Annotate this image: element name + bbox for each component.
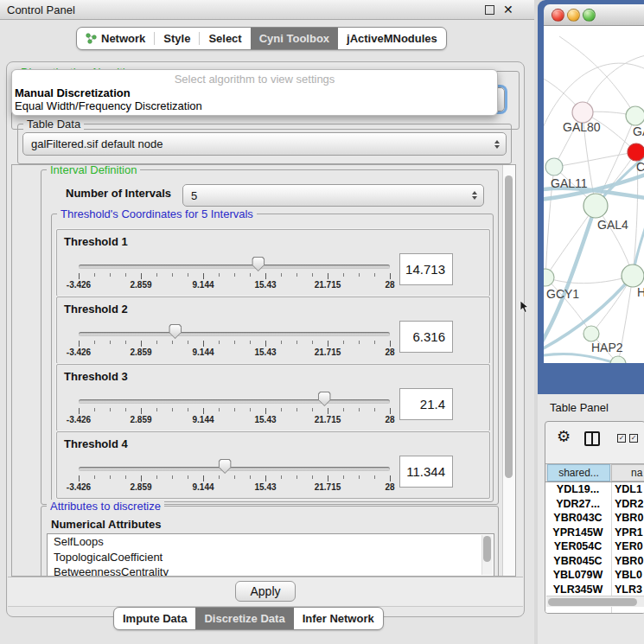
threshold-3-panel: Threshold 3 -3.4262.8599.14415.4321.7152… xyxy=(56,364,490,431)
checkbox-icon[interactable]: ✓ xyxy=(629,434,638,443)
network-canvas[interactable]: GAL80 GA C GAL11 GAL4 GCY1 H HAP2 xyxy=(544,26,644,363)
threshold-2-slider[interactable]: -3.4262.8599.14415.4321.71528 xyxy=(79,324,390,360)
algorithm-option-manual-discretization[interactable]: Manual Discretization xyxy=(12,86,497,99)
horizontal-scrollbar-thumb[interactable] xyxy=(548,598,637,606)
checkbox-icon[interactable]: ✓ xyxy=(617,434,626,443)
table-row[interactable]: YDL19...YDL1 xyxy=(545,482,644,497)
slider-tick-labels: -3.4262.8599.14415.4321.71528 xyxy=(79,415,390,425)
node-hap2[interactable] xyxy=(583,326,599,341)
node-gal11[interactable] xyxy=(545,158,563,175)
tab-infer-network[interactable]: Infer Network xyxy=(294,608,383,629)
tab-discretize-data[interactable]: Discretize Data xyxy=(195,608,293,629)
tab-network[interactable]: Network xyxy=(77,28,154,49)
slider-track[interactable] xyxy=(79,467,390,471)
vertical-scrollbar[interactable] xyxy=(502,165,515,576)
threshold-1-value-field[interactable]: 14.713 xyxy=(399,253,453,285)
tab-select[interactable]: Select xyxy=(200,28,250,49)
threshold-1-slider[interactable]: -3.4262.8599.14415.4321.71528 xyxy=(79,257,390,293)
table-data-group: Table Data galFiltered.sif default node xyxy=(17,124,512,164)
network-view-window: GAL80 GA C GAL11 GAL4 GCY1 H HAP2 xyxy=(538,0,644,394)
cyni-toolbox-panel: Discretization Algorithm Select algorith… xyxy=(6,61,525,617)
tab-label: jActiveMNodules xyxy=(347,32,437,45)
horizontal-scrollbar[interactable] xyxy=(546,596,644,607)
threshold-3-slider[interactable]: -3.4262.8599.14415.4321.71528 xyxy=(79,392,390,428)
slider-thumb[interactable] xyxy=(169,324,182,339)
threshold-label: Threshold 2 xyxy=(64,303,128,316)
list-item[interactable]: BetweennessCentrality xyxy=(48,564,494,577)
threshold-2-value-field[interactable]: 6.316 xyxy=(399,321,453,353)
network-nodes[interactable] xyxy=(544,102,644,363)
list-item[interactable]: TopologicalCoefficient xyxy=(48,550,494,565)
group-title: Interval Definition xyxy=(47,164,140,176)
mac-minimize-button[interactable] xyxy=(567,9,580,22)
tab-label: Impute Data xyxy=(123,612,187,625)
algorithm-placeholder-option[interactable]: Select algorithm to view settings xyxy=(12,73,497,86)
list-scrollbar-thumb[interactable] xyxy=(483,536,491,562)
threshold-4-slider[interactable]: -3.4262.8599.14415.4321.71528 xyxy=(79,459,390,495)
group-title: Table Data xyxy=(23,118,84,131)
node-gcy1[interactable] xyxy=(544,269,554,286)
tab-jactivemnodules[interactable]: jActiveMNodules xyxy=(338,28,446,49)
float-window-icon[interactable] xyxy=(485,5,494,15)
table-row[interactable]: YDR27...YDR2 xyxy=(545,497,644,512)
table-row[interactable]: YBR045CYBR0 xyxy=(545,554,644,569)
table-row[interactable]: YBR043CYBR0 xyxy=(545,511,644,526)
node-selected-red[interactable] xyxy=(628,143,644,161)
node-h[interactable] xyxy=(622,265,644,287)
node-gal4[interactable] xyxy=(583,194,608,218)
settings-gear-icon[interactable]: ⚙ xyxy=(557,428,571,445)
mouse-cursor xyxy=(520,300,530,314)
algorithm-dropdown-popup: Select algorithm to view settings Manual… xyxy=(11,69,498,116)
numerical-attributes-list[interactable]: SelfLoops TopologicalCoefficient Between… xyxy=(47,533,494,577)
combo-stepper-icon xyxy=(472,191,477,200)
label-h: H xyxy=(637,285,644,299)
panel-title: Control Panel xyxy=(7,3,75,16)
threshold-4-value-field[interactable]: 11.344 xyxy=(399,456,453,488)
slider-thumb[interactable] xyxy=(252,257,265,271)
threshold-4-panel: Threshold 4 -3.4262.8599.14415.4321.7152… xyxy=(56,431,490,499)
group-title: Threshold's Coordinates for 5 Intervals xyxy=(57,207,257,220)
table-row[interactable]: YLR345WYLR3 xyxy=(545,583,644,597)
label-gal11: GAL11 xyxy=(551,176,588,190)
mac-close-button[interactable] xyxy=(552,9,564,22)
tab-label: Network xyxy=(101,32,145,45)
apply-row: Apply xyxy=(8,577,523,607)
tab-cyni-toolbox[interactable]: Cyni Toolbox xyxy=(251,28,338,49)
apply-button[interactable]: Apply xyxy=(235,581,296,602)
table-data-select[interactable]: galFiltered.sif default node xyxy=(22,132,507,156)
num-intervals-select[interactable]: 5 xyxy=(182,184,484,207)
slider-track[interactable] xyxy=(79,332,390,336)
column-header-name[interactable]: na xyxy=(611,464,644,481)
tab-style[interactable]: Style xyxy=(155,28,199,49)
slider-thumb[interactable] xyxy=(219,459,232,474)
column-header-shared-name[interactable]: shared... xyxy=(547,464,610,481)
mac-zoom-button[interactable] xyxy=(583,9,596,22)
table-row[interactable]: YER054CYER0 xyxy=(545,539,644,554)
threshold-1-panel: Threshold 1 -3.4262.8599.14415.4321.7152… xyxy=(56,229,490,296)
slider-track[interactable] xyxy=(79,399,390,404)
tab-label: Infer Network xyxy=(303,612,374,625)
attributes-group: Attributes to discretize Numerical Attri… xyxy=(41,506,499,577)
slider-track[interactable] xyxy=(79,265,390,269)
threshold-3-value-field[interactable]: 21.4 xyxy=(399,388,453,420)
tab-impute-data[interactable]: Impute Data xyxy=(114,608,195,629)
algorithm-option-equal-width-frequency[interactable]: Equal Width/Frequency Discretization xyxy=(12,99,497,112)
label-partial-right: C xyxy=(636,160,644,174)
table-body: YDL19...YDL1 YDR27...YDR2 YBR043CYBR0 YP… xyxy=(545,482,644,613)
threshold-label: Threshold 1 xyxy=(64,235,128,248)
list-item[interactable]: SelfLoops xyxy=(48,534,494,550)
table-row[interactable]: YPR145WYPR1 xyxy=(545,526,644,540)
slider-tick-labels: -3.4262.8599.14415.4321.71528 xyxy=(79,280,390,290)
label-gal4: GAL4 xyxy=(597,218,628,232)
table-panel-region: Table Panel ⚙ ✓ ✓ shared... na YDL19...Y… xyxy=(538,394,644,644)
split-view-icon[interactable] xyxy=(584,431,600,446)
slider-thumb[interactable] xyxy=(318,392,331,406)
slider-ticks xyxy=(79,408,390,415)
node-partial-top-right[interactable] xyxy=(626,106,644,125)
close-icon[interactable]: ✕ xyxy=(503,2,513,17)
list-scrollbar[interactable] xyxy=(481,535,493,575)
control-panel-tab-bar: Network Style Select Cyni Toolbox jActiv… xyxy=(76,27,447,50)
table-row[interactable]: YBL079WYBL0 xyxy=(545,568,644,583)
network-icon xyxy=(86,33,97,44)
vertical-scrollbar-thumb[interactable] xyxy=(505,175,513,478)
